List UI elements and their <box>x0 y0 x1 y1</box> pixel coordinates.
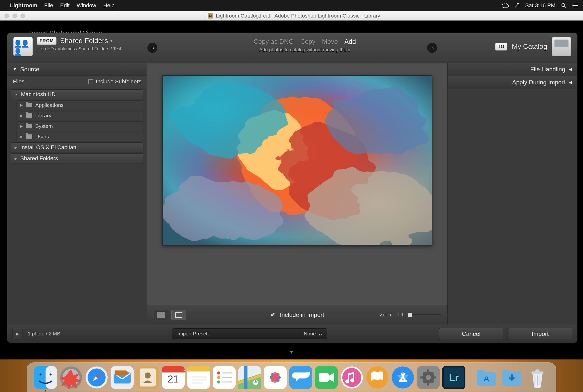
dock-mail[interactable] <box>111 366 134 389</box>
svg-point-17 <box>50 373 52 375</box>
source-panel-title: Source <box>20 66 39 73</box>
source-drive-icon[interactable]: 👤👤👤 <box>13 37 33 56</box>
source-panel-header[interactable]: ▼ Source <box>7 63 147 76</box>
dock-folder-downloads[interactable] <box>500 366 523 389</box>
volume-shared-folders[interactable]: ▶Shared Folders <box>11 153 143 163</box>
app-menu[interactable]: Lightroom <box>10 2 37 9</box>
volume-install-el-capitan[interactable]: ▶Install OS X El Capitan <box>11 142 143 152</box>
svg-text:A: A <box>484 374 489 383</box>
checkbox-icon[interactable] <box>88 79 93 84</box>
dock-calendar[interactable]: 21 <box>162 366 185 389</box>
svg-point-37 <box>217 380 220 383</box>
fit-label[interactable]: Fit <box>398 312 403 318</box>
preview-toolbar: ✔ Include in Import Zoom Fit <box>147 305 447 325</box>
dock-finder[interactable] <box>34 366 57 389</box>
dock-trash[interactable] <box>526 366 549 389</box>
mode-add[interactable]: Add <box>344 38 356 46</box>
loupe-view-button[interactable] <box>171 310 186 320</box>
import-preset-dropdown[interactable]: Import Preset : None ▴▾ <box>172 328 327 339</box>
folder-applications[interactable]: ▶Applications <box>16 100 143 110</box>
cancel-button[interactable]: Cancel <box>439 328 503 340</box>
minimize-window-button[interactable] <box>13 14 17 18</box>
triangle-right-icon: ▶ <box>20 124 23 128</box>
dock-itunes[interactable] <box>340 366 363 389</box>
file-handling-panel-header[interactable]: File Handling ◀ <box>448 63 577 76</box>
svg-point-10 <box>178 86 287 155</box>
window-title: Lr Lightroom Catalog.lrcat - Adobe Photo… <box>25 13 563 19</box>
folder-system[interactable]: ▶System <box>16 121 143 131</box>
triangle-right-icon: ▶ <box>20 114 23 118</box>
mode-copy[interactable]: Copy <box>300 38 316 46</box>
dock: 21 Lr A <box>27 362 556 392</box>
menu-edit[interactable]: Edit <box>60 2 70 9</box>
menu-file[interactable]: File <box>44 2 53 9</box>
svg-point-58 <box>426 375 431 380</box>
dock-reminders[interactable] <box>213 366 236 389</box>
triangle-right-icon: ▶ <box>20 103 23 107</box>
triangle-right-icon: ▶ <box>15 145 17 149</box>
destination-drive-icon[interactable] <box>552 37 571 56</box>
grid-view-button[interactable] <box>154 310 168 320</box>
destination-name[interactable]: My Catalog <box>512 43 547 51</box>
mode-move[interactable]: Move <box>322 38 338 46</box>
zoom-slider[interactable] <box>408 314 441 315</box>
right-panel: File Handling ◀ Apply During Import ◀ <box>447 63 577 325</box>
source-path: …sh HD / Volumes / Shared Folders / Test <box>37 46 121 52</box>
svg-rect-15 <box>46 366 57 389</box>
dock-appstore[interactable] <box>391 366 414 389</box>
svg-point-2 <box>572 5 573 6</box>
dock-ibooks[interactable] <box>366 366 389 389</box>
svg-text:21: 21 <box>168 373 179 384</box>
dock-safari[interactable] <box>85 366 108 389</box>
svg-point-13 <box>163 175 282 245</box>
menu-help[interactable]: Help <box>103 2 114 9</box>
source-picker[interactable]: Shared Folders▾ <box>60 37 112 45</box>
minimize-dialog-button[interactable]: ▶ <box>12 329 23 339</box>
source-tree: ▼ Macintosh HD ▶Applications ▶Library ▶S… <box>7 87 147 169</box>
folder-library[interactable]: ▶Library <box>16 111 143 120</box>
dock-folder-applications[interactable]: A <box>475 366 498 389</box>
folder-icon <box>26 103 32 107</box>
dock-lightroom[interactable]: Lr <box>442 366 465 389</box>
dock-separator <box>470 366 470 389</box>
dock-facetime[interactable] <box>315 366 338 389</box>
control-center-icon[interactable] <box>572 3 578 8</box>
mode-copy-dng[interactable]: Copy as DNG <box>254 38 294 46</box>
spotlight-icon[interactable] <box>561 3 566 8</box>
dock-system-preferences[interactable] <box>417 366 440 389</box>
dock-maps[interactable] <box>238 366 261 389</box>
dock-notes[interactable] <box>187 366 210 389</box>
folder-icon <box>26 113 32 118</box>
triangle-down-icon: ▼ <box>15 92 18 96</box>
import-summary: 1 photo / 2 MB <box>28 331 60 337</box>
folder-users[interactable]: ▶Users <box>16 132 143 141</box>
apply-during-import-panel-header[interactable]: Apply During Import ◀ <box>448 76 577 89</box>
zoom-window-button[interactable] <box>21 14 25 18</box>
include-in-import-toggle[interactable]: ✔ Include in Import <box>270 311 324 319</box>
collapse-filmstrip-icon[interactable]: ▼ <box>289 349 294 355</box>
files-row: Files Include Subfolders <box>7 76 147 87</box>
dock-messages[interactable] <box>289 366 312 389</box>
arrow-right-icon: ➔ <box>147 43 157 53</box>
svg-point-1 <box>572 4 573 5</box>
menubar-clock[interactable]: Sat 3:16 PM <box>525 2 555 9</box>
dock-launchpad[interactable] <box>60 366 83 389</box>
menu-window[interactable]: Window <box>77 2 96 9</box>
creative-cloud-icon[interactable] <box>502 3 509 8</box>
notification-arrow-icon[interactable] <box>514 3 520 8</box>
checkmark-icon: ✔ <box>270 311 276 319</box>
traffic-lights[interactable] <box>5 14 25 18</box>
photo-thumbnail[interactable] <box>162 75 432 246</box>
svg-text:Lr: Lr <box>449 372 459 383</box>
import-button[interactable]: Import <box>508 328 572 340</box>
close-window-button[interactable] <box>5 14 9 18</box>
arrow-right-icon: ➔ <box>427 43 437 53</box>
import-dialog-header: 👤👤👤 FROM Shared Folders▾ …sh HD / Volume… <box>7 33 577 63</box>
volume-macintosh-hd[interactable]: ▼ Macintosh HD <box>11 89 143 99</box>
dock-contacts[interactable] <box>136 366 159 389</box>
dock-photos[interactable] <box>264 366 287 389</box>
to-badge: TO <box>495 43 507 51</box>
include-subfolders-toggle[interactable]: Include Subfolders <box>88 78 141 85</box>
zoom-label: Zoom <box>380 312 393 318</box>
svg-rect-66 <box>502 370 510 373</box>
